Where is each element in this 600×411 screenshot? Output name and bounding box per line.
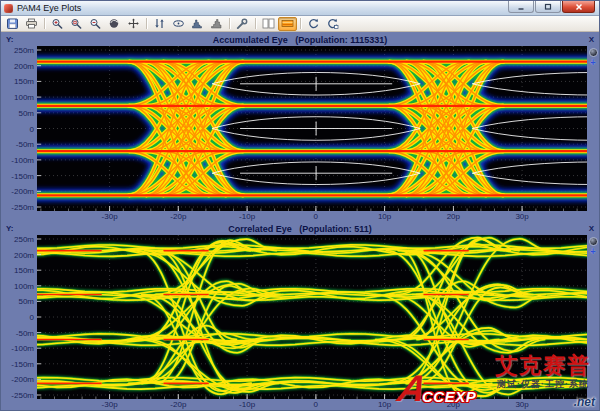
eye-mask-button[interactable]	[169, 17, 188, 31]
y-tick-label: 200m	[14, 61, 34, 70]
eye-mask-icon	[172, 18, 185, 29]
x-tick-label: 0	[314, 212, 318, 221]
accumulated-eye-header: Y: Accumulated Eye (Population: 1115331)…	[1, 33, 599, 46]
time-histogram-button[interactable]	[188, 17, 207, 31]
minimize-button[interactable]	[508, 1, 534, 13]
correlated-eye-plot[interactable]	[37, 235, 587, 399]
maximize-icon	[544, 3, 552, 11]
x-tick-label: 20p	[447, 212, 460, 221]
zoom-plus-button[interactable]: +	[587, 247, 599, 256]
window-title: PAM4 Eye Plots	[17, 3, 81, 13]
x-tick-label: -10p	[239, 400, 255, 409]
y-cursor-label: Y:	[6, 224, 52, 233]
level-histogram-button[interactable]	[207, 17, 226, 31]
reset-zoom-icon	[307, 18, 320, 29]
y-tick-label: -150m	[11, 171, 34, 180]
y-tick-label: -250m	[11, 391, 34, 400]
y-tick-label: 50m	[18, 297, 34, 306]
y-tick-label: -200m	[11, 187, 34, 196]
colorbar-icon	[281, 18, 294, 29]
time-histogram-icon	[191, 18, 204, 29]
toolbar-separator	[300, 18, 301, 29]
y-tick-label: -150m	[11, 359, 34, 368]
y-tick-label: -100m	[11, 344, 34, 353]
toolbar	[1, 16, 599, 32]
x-tick-label: 20p	[447, 400, 460, 409]
legend-icon	[262, 18, 275, 29]
correlated-x-axis: -30p-20p-10p010p20p30p	[37, 399, 587, 411]
axes-options-button[interactable]	[589, 237, 598, 246]
save-button[interactable]	[3, 17, 22, 31]
zoom-plus-button[interactable]: +	[587, 58, 599, 67]
zoom-out-icon	[89, 18, 102, 29]
y-tick-label: 100m	[14, 93, 34, 102]
reset-axes-button[interactable]	[323, 17, 342, 31]
zoom-fit-button[interactable]	[67, 17, 86, 31]
print-button[interactable]	[22, 17, 41, 31]
x-cursor-label: X	[548, 224, 594, 233]
legend-button[interactable]	[259, 17, 278, 31]
titlebar[interactable]: PAM4 Eye Plots	[1, 1, 599, 16]
correlated-eye-header: Y: Correlated Eye (Population: 511) X	[1, 222, 599, 235]
maximize-button[interactable]	[535, 1, 561, 13]
plot-side-controls: +	[587, 46, 599, 211]
accumulated-eye-title: Accumulated Eye (Population: 1115331)	[52, 35, 548, 45]
rotate-3d-icon	[108, 18, 121, 29]
app-icon	[4, 4, 13, 13]
level-histogram-icon	[210, 18, 223, 29]
toolbar-separator	[229, 18, 230, 29]
y-tick-label: 250m	[14, 235, 34, 244]
x-tick-label: 0	[314, 400, 318, 409]
correlated-eye-title: Correlated Eye (Population: 511)	[52, 224, 548, 234]
reset-axes-icon	[326, 18, 339, 29]
accumulated-eye-plot[interactable]	[37, 46, 587, 211]
y-tick-label: -50m	[16, 328, 34, 337]
markers-icon	[153, 18, 166, 29]
y-tick-label: 0	[30, 124, 34, 133]
window-controls	[508, 1, 599, 13]
x-tick-label: 30p	[515, 400, 528, 409]
y-tick-label: 150m	[14, 266, 34, 275]
minimize-icon	[517, 3, 525, 11]
settings-button[interactable]	[233, 17, 252, 31]
y-tick-label: -50m	[16, 140, 34, 149]
accumulated-x-axis: -30p-20p-10p010p20p30p	[37, 211, 587, 222]
toolbar-separator	[146, 18, 147, 29]
y-tick-label: 250m	[14, 46, 34, 55]
x-tick-label: -20p	[170, 400, 186, 409]
x-tick-label: 30p	[515, 212, 528, 221]
plot-side-controls: +	[587, 235, 599, 399]
zoom-fit-icon	[70, 18, 83, 29]
pam4-eye-plots-window: PAM4 Eye Plots Y: Accumulated Eye (Popul…	[0, 0, 600, 411]
toolbar-separator	[255, 18, 256, 29]
zoom-in-icon	[51, 18, 64, 29]
markers-button[interactable]	[150, 17, 169, 31]
reset-zoom-button[interactable]	[304, 17, 323, 31]
close-icon	[575, 3, 583, 11]
axes-options-button[interactable]	[589, 48, 598, 57]
pan-icon	[127, 18, 140, 29]
rotate-3d-button[interactable]	[105, 17, 124, 31]
correlated-y-axis: 250m200m150m100m50m0-50m-100m-150m-200m-…	[1, 235, 37, 399]
toolbar-separator	[44, 18, 45, 29]
figure-area: Y: Accumulated Eye (Population: 1115331)…	[1, 33, 599, 410]
close-button[interactable]	[562, 1, 595, 13]
y-tick-label: -100m	[11, 155, 34, 164]
x-tick-label: 10p	[378, 400, 391, 409]
zoom-out-button[interactable]	[86, 17, 105, 31]
colorbar-button[interactable]	[278, 17, 297, 31]
y-tick-label: -250m	[11, 203, 34, 212]
pan-button[interactable]	[124, 17, 143, 31]
x-tick-label: -20p	[170, 212, 186, 221]
x-cursor-label: X	[548, 35, 594, 44]
zoom-in-button[interactable]	[48, 17, 67, 31]
y-cursor-label: Y:	[6, 35, 52, 44]
y-tick-label: -200m	[11, 375, 34, 384]
x-tick-label: -10p	[239, 212, 255, 221]
y-tick-label: 100m	[14, 281, 34, 290]
y-tick-label: 0	[30, 313, 34, 322]
y-tick-label: 200m	[14, 250, 34, 259]
y-tick-label: 150m	[14, 77, 34, 86]
accumulated-eye-diagram	[37, 46, 587, 211]
accumulated-y-axis: 250m200m150m100m50m0-50m-100m-150m-200m-…	[1, 46, 37, 211]
